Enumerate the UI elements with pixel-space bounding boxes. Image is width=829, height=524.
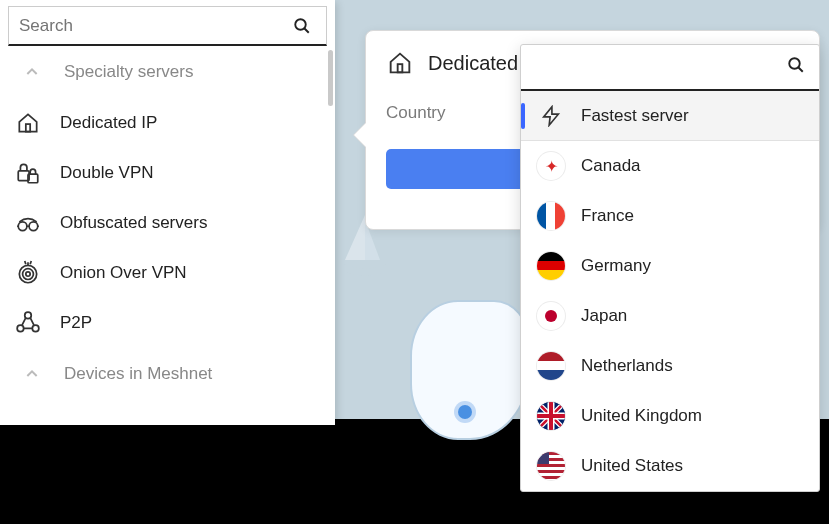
sidebar-item-label: Double VPN: [60, 163, 154, 183]
dropdown-item-label: France: [581, 206, 634, 226]
sidebar-item-p2p[interactable]: P2P: [0, 298, 335, 348]
dropdown-item-label: Netherlands: [581, 356, 673, 376]
flag-fr-icon: [537, 202, 565, 230]
chevron-up-icon: [18, 360, 46, 388]
svg-point-5: [18, 222, 27, 231]
country-dropdown: Fastest server ✦ Canada France Germany J…: [520, 44, 820, 492]
house-icon: [14, 109, 42, 137]
svg-point-12: [32, 325, 39, 332]
scrollbar-thumb[interactable]: [328, 50, 333, 106]
section-label: Specialty servers: [64, 62, 193, 82]
sidebar-item-label: Onion Over VPN: [60, 263, 187, 283]
country-label: Country: [386, 103, 446, 123]
svg-point-6: [29, 222, 38, 231]
flag-ca-icon: ✦: [537, 152, 565, 180]
svg-rect-13: [398, 64, 403, 72]
dropdown-item-label: United Kingdom: [581, 406, 702, 426]
svg-point-14: [789, 58, 800, 69]
sidebar-item-label: P2P: [60, 313, 92, 333]
double-lock-icon: [14, 159, 42, 187]
svg-line-1: [304, 28, 309, 33]
goggles-icon: [14, 209, 42, 237]
dropdown-item-label: Fastest server: [581, 106, 689, 126]
section-label: Devices in Meshnet: [64, 364, 212, 384]
svg-rect-18: [537, 452, 549, 464]
sidebar-panel: Specialty servers Dedicated IP Double VP…: [0, 0, 335, 425]
p2p-icon: [14, 309, 42, 337]
sidebar-item-label: Dedicated IP: [60, 113, 157, 133]
dropdown-item-uk[interactable]: United Kingdom: [521, 391, 819, 441]
dropdown-item-label: United States: [581, 456, 683, 476]
sidebar-item-obfuscated[interactable]: Obfuscated servers: [0, 198, 335, 248]
house-icon: [386, 49, 414, 77]
map-landmass: [410, 300, 530, 440]
flag-us-icon: [537, 452, 565, 480]
connect-button[interactable]: [386, 149, 541, 189]
sidebar-item-onion[interactable]: Onion Over VPN: [0, 248, 335, 298]
flag-nl-icon: [537, 352, 565, 380]
sidebar-item-label: Obfuscated servers: [60, 213, 207, 233]
chevron-up-icon: [18, 58, 46, 86]
dropdown-item-us[interactable]: United States: [521, 441, 819, 491]
search-box[interactable]: [8, 6, 327, 46]
section-specialty-servers[interactable]: Specialty servers: [0, 46, 335, 98]
svg-point-8: [23, 269, 34, 280]
sidebar-item-dedicated-ip[interactable]: Dedicated IP: [0, 98, 335, 148]
onion-icon: [14, 259, 42, 287]
dropdown-item-germany[interactable]: Germany: [521, 241, 819, 291]
flag-de-icon: [537, 252, 565, 280]
svg-line-15: [798, 67, 803, 72]
dropdown-item-netherlands[interactable]: Netherlands: [521, 341, 819, 391]
svg-marker-16: [544, 106, 559, 124]
dropdown-item-fastest[interactable]: Fastest server: [521, 91, 819, 141]
svg-rect-2: [26, 124, 30, 132]
dropdown-item-japan[interactable]: Japan: [521, 291, 819, 341]
flag-uk-icon: [537, 402, 565, 430]
sidebar-item-double-vpn[interactable]: Double VPN: [0, 148, 335, 198]
dropdown-item-label: Canada: [581, 156, 641, 176]
svg-point-9: [26, 272, 30, 276]
panel-pointer: [354, 123, 366, 147]
flag-jp-icon: [537, 302, 565, 330]
dropdown-item-france[interactable]: France: [521, 191, 819, 241]
dropdown-item-canada[interactable]: ✦ Canada: [521, 141, 819, 191]
map-location-dot[interactable]: [458, 405, 472, 419]
dropdown-search[interactable]: [521, 45, 819, 91]
lightning-icon: [537, 102, 565, 130]
dropdown-item-label: Germany: [581, 256, 651, 276]
section-meshnet[interactable]: Devices in Meshnet: [0, 348, 335, 400]
search-icon[interactable]: [787, 56, 805, 78]
svg-point-0: [295, 19, 306, 30]
svg-point-11: [17, 325, 24, 332]
dropdown-item-label: Japan: [581, 306, 627, 326]
search-input[interactable]: [19, 16, 288, 36]
search-icon[interactable]: [288, 12, 316, 40]
